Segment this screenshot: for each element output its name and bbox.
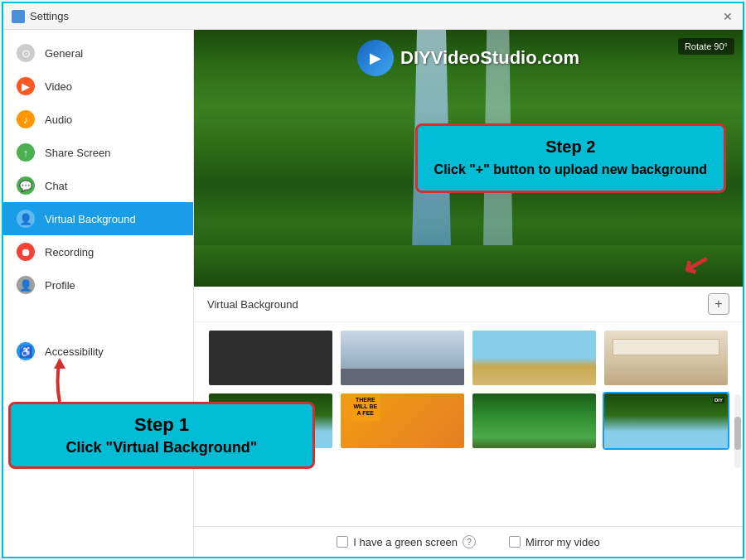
sidebar-label-share-screen: Share Screen (45, 147, 111, 159)
help-icon[interactable]: ? (463, 535, 476, 548)
step2-text: Click "+" button to upload new backgroun… (434, 162, 707, 179)
recording-icon: ⏺ (17, 243, 35, 261)
sidebar-item-audio[interactable]: ♪ Audio (3, 103, 193, 136)
bg-thumb-diyvideo[interactable]: DIY (603, 392, 729, 450)
add-background-button[interactable]: + (708, 293, 729, 315)
sidebar-item-share-screen[interactable]: ↑ Share Screen (3, 136, 193, 169)
sidebar-item-virtual-background[interactable]: 👤 Virtual Background (3, 202, 193, 235)
logo-text: DIYVideoStudio.com (400, 47, 579, 69)
audio-icon: ♪ (17, 110, 35, 128)
sidebar-item-chat[interactable]: 💬 Chat (3, 169, 193, 202)
step1-title: Step 1 (27, 414, 296, 436)
diyvideo-label: DIY (713, 397, 724, 403)
app-icon (12, 10, 25, 23)
sidebar-item-profile[interactable]: 👤 Profile (3, 268, 193, 302)
sidebar-item-general[interactable]: ⊙ General (3, 36, 193, 70)
bg-thumb-yellow[interactable]: THEREWILL BEA FEE (339, 392, 466, 450)
green-screen-checkbox[interactable] (337, 536, 348, 548)
sidebar-label-virtual-background: Virtual Background (45, 213, 136, 225)
rotate-button[interactable]: Rotate 90° (678, 38, 734, 55)
mirror-video-checkbox-label[interactable]: Mirror my video (509, 536, 600, 548)
step1-text: Click "Virtual Background" (27, 439, 296, 456)
content-area: ⊙ General ▶ Video ♪ Audio ↑ Share Screen… (3, 30, 743, 557)
scrollbar-thumb (734, 417, 741, 450)
logo-icon: ▶ (357, 40, 394, 76)
footer-bar: I have a green screen ? Mirror my video (194, 526, 743, 557)
floor-detail (341, 369, 464, 385)
bg-thumb-none[interactable] (207, 329, 334, 387)
window-title-area: Settings (12, 10, 69, 23)
arrow-up-svg (47, 356, 72, 406)
step1-overlay: Step 1 Click "Virtual Background" (8, 402, 315, 469)
bg-room-preview (604, 331, 728, 385)
sidebar-label-video: Video (45, 80, 72, 93)
sidebar-item-recording[interactable]: ⏺ Recording (3, 235, 193, 268)
bg-diyvideo-preview: DIY (604, 393, 728, 448)
bg-office-preview (341, 331, 464, 385)
bg-forest-preview (472, 393, 596, 448)
sidebar: ⊙ General ▶ Video ♪ Audio ↑ Share Screen… (3, 30, 194, 557)
accessibility-icon: ♿ (17, 342, 35, 360)
window-title: Settings (30, 10, 69, 22)
virtual-background-icon: 👤 (17, 210, 35, 228)
main-area: ▶ DIYVideoStudio.com Rotate 90° Step 2 C… (194, 30, 743, 557)
preview-logo-area: ▶ DIYVideoStudio.com (357, 40, 579, 76)
bg-panel-title: Virtual Background (207, 298, 298, 311)
ground-layer (194, 245, 743, 287)
bg-beach-preview (472, 331, 596, 385)
arrow-head (54, 358, 65, 369)
mirror-video-label: Mirror my video (526, 536, 600, 548)
painting-detail (613, 339, 719, 355)
titlebar: Settings ✕ (3, 3, 743, 30)
bg-thumb-room[interactable] (603, 329, 729, 387)
bg-thumb-forest[interactable] (471, 392, 598, 450)
sidebar-label-chat: Chat (45, 180, 67, 192)
sign-overlay: THEREWILL BEA FEE (350, 393, 380, 421)
step2-title: Step 2 (434, 138, 707, 157)
settings-window: Settings ✕ ⊙ General ▶ Video ♪ Audio ↑ S… (2, 2, 744, 558)
sidebar-label-general: General (45, 47, 83, 60)
sidebar-label-audio: Audio (45, 113, 72, 126)
sidebar-item-video[interactable]: ▶ Video (3, 70, 193, 103)
share-screen-icon: ↑ (17, 143, 35, 162)
close-button[interactable]: ✕ (721, 10, 734, 23)
video-preview: ▶ DIYVideoStudio.com Rotate 90° Step 2 C… (194, 30, 743, 287)
bg-panel-header: Virtual Background + (194, 287, 743, 322)
step2-overlay: Step 2 Click "+" button to upload new ba… (415, 123, 726, 193)
scrollbar-track[interactable] (734, 394, 741, 468)
bg-thumb-beach[interactable] (471, 329, 598, 387)
sidebar-label-recording: Recording (45, 246, 94, 258)
general-icon: ⊙ (17, 44, 35, 62)
bg-yellow-preview: THEREWILL BEA FEE (341, 393, 464, 448)
arrow-up-indicator (47, 356, 72, 409)
chat-icon: 💬 (17, 176, 35, 195)
sidebar-label-profile: Profile (45, 279, 75, 292)
mirror-video-checkbox[interactable] (509, 536, 521, 548)
green-screen-checkbox-label[interactable]: I have a green screen ? (337, 535, 476, 548)
video-icon: ▶ (17, 77, 35, 95)
green-screen-label: I have a green screen (353, 536, 458, 548)
bg-thumb-office[interactable] (339, 329, 466, 387)
sidebar-item-accessibility[interactable]: ♿ Accessibility (3, 335, 193, 368)
profile-icon: 👤 (17, 276, 35, 294)
bg-none-preview (209, 331, 332, 385)
